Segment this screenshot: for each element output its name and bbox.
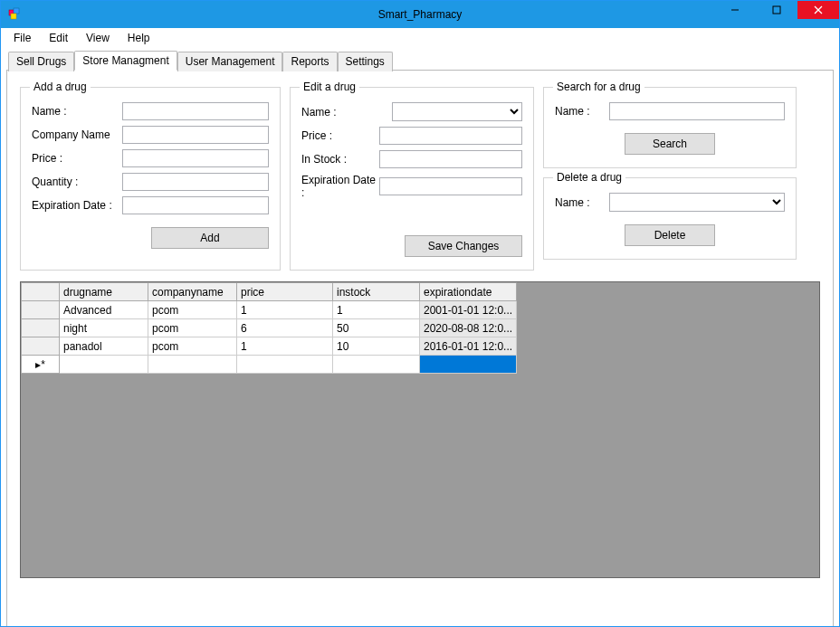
minimize-button[interactable] [714,1,756,19]
table-row: night pcom 6 50 2020-08-08 12:0... [22,319,517,337]
cell-instock[interactable]: 10 [333,337,420,356]
edit-name-label: Name : [301,106,392,119]
cell-expirationdate[interactable]: 2001-01-01 12:0... [420,301,517,319]
drug-grid[interactable]: drugname companyname price instock expir… [20,281,820,578]
search-name-input[interactable] [609,102,785,120]
delete-drug-group: Delete a drug Name : Delete [543,177,797,260]
cell-companyname[interactable]: pcom [148,337,237,356]
tab-user-management[interactable]: User Management [177,52,283,71]
cell-price[interactable]: 6 [237,319,333,337]
svg-line-5 [815,6,822,14]
add-quantity-label: Quantity : [32,176,122,188]
edit-name-combo[interactable] [392,102,522,121]
search-drug-legend: Search for a drug [553,81,644,93]
edit-price-label: Price : [301,129,379,142]
add-expiration-input[interactable] [122,196,269,214]
row-header[interactable] [22,301,60,319]
edit-instock-label: In Stock : [301,153,379,166]
add-price-input[interactable] [122,149,269,167]
grid-corner[interactable] [22,283,60,301]
tab-store-management[interactable]: Store Managment [74,51,177,71]
grid-header-instock[interactable]: instock [333,283,420,301]
search-drug-group: Search for a drug Name : Search [543,87,797,168]
cell-instock[interactable]: 50 [333,319,420,337]
row-header[interactable] [22,337,60,356]
add-quantity-input[interactable] [122,173,269,191]
add-company-input[interactable] [122,126,269,144]
grid-header-companyname[interactable]: companyname [148,283,237,301]
table-row: panadol pcom 1 10 2016-01-01 12:0... [22,337,517,356]
edit-instock-input[interactable] [379,150,522,168]
menu-view[interactable]: View [77,30,119,46]
cell-companyname[interactable]: pcom [148,319,237,337]
delete-drug-legend: Delete a drug [553,171,625,184]
cell-expirationdate[interactable]: 2016-01-01 12:0... [420,337,517,356]
tab-sell-drugs[interactable]: Sell Drugs [8,52,74,71]
save-changes-button[interactable]: Save Changes [405,235,522,257]
tab-settings[interactable]: Settings [338,52,393,71]
cell-expirationdate[interactable] [420,356,517,374]
grid-header-expirationdate[interactable]: expirationdate [420,283,517,301]
menubar: File Edit View Help [1,28,839,48]
delete-button[interactable]: Delete [625,224,715,246]
cell-companyname[interactable] [148,356,237,374]
tab-content: Add a drug Name : Company Name Price : Q… [6,71,834,627]
cell-companyname[interactable]: pcom [148,301,237,319]
grid-header-price[interactable]: price [237,283,333,301]
row-header[interactable] [22,319,60,337]
cell-price[interactable]: 1 [237,337,333,356]
cell-drugname[interactable]: Advanced [60,301,148,319]
svg-line-6 [815,6,822,14]
grid-header-drugname[interactable]: drugname [60,283,148,301]
cell-drugname[interactable]: night [60,319,148,337]
add-company-label: Company Name [32,128,122,141]
add-expiration-label: Expiration Date : [32,199,122,212]
add-name-label: Name : [32,105,122,118]
edit-price-input[interactable] [379,127,522,145]
add-name-input[interactable] [122,102,269,120]
new-row-marker[interactable]: ▸* [22,356,60,374]
window-frame: Smart_Pharmacy File Edit View Help Sell … [0,0,840,627]
add-drug-legend: Add a drug [30,81,91,93]
edit-drug-group: Edit a drug Name : Price : In Stock : Ex… [290,87,534,271]
cell-instock[interactable] [333,356,420,374]
table-new-row: ▸* [22,356,517,374]
search-button[interactable]: Search [625,133,715,155]
menu-file[interactable]: File [5,30,40,46]
search-name-label: Name : [555,105,609,118]
edit-expiration-label: Expiration Date : [301,174,379,199]
cell-instock[interactable]: 1 [333,301,420,319]
close-button[interactable] [797,1,839,19]
titlebar[interactable]: Smart_Pharmacy [1,1,839,28]
add-button[interactable]: Add [151,227,269,249]
cell-drugname[interactable]: panadol [60,337,148,356]
svg-rect-4 [773,6,780,14]
delete-name-combo[interactable] [609,193,785,212]
table-row: Advanced pcom 1 1 2001-01-01 12:0... [22,301,517,319]
maximize-button[interactable] [756,1,797,19]
tab-reports[interactable]: Reports [282,52,337,71]
cell-expirationdate[interactable]: 2020-08-08 12:0... [420,319,517,337]
add-drug-group: Add a drug Name : Company Name Price : Q… [20,87,281,271]
cell-price[interactable] [237,356,333,374]
add-price-label: Price : [32,152,122,165]
tabstrip: Sell Drugs Store Managment User Manageme… [6,50,834,71]
menu-edit[interactable]: Edit [40,30,77,46]
cell-drugname[interactable] [60,356,148,374]
menu-help[interactable]: Help [119,30,159,46]
delete-name-label: Name : [555,196,609,209]
edit-expiration-input[interactable] [379,177,522,195]
cell-price[interactable]: 1 [237,301,333,319]
edit-drug-legend: Edit a drug [300,81,359,93]
